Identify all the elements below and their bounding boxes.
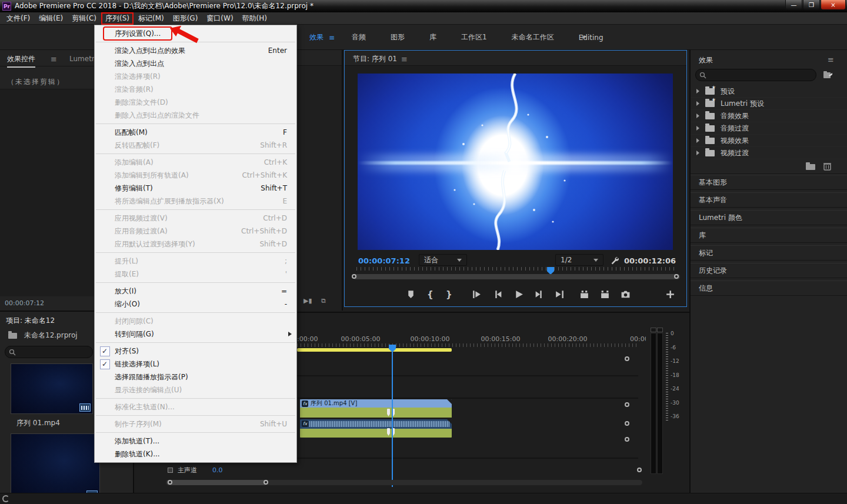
menu-item-应用默认过渡到选择项(Y)[interactable]: 应用默认过渡到选择项(Y)Shift+D <box>95 238 296 251</box>
menu-item-提取(E)[interactable]: 提取(E)' <box>95 268 296 281</box>
audio-clip-a1[interactable]: fx <box>300 419 452 438</box>
go-to-out-icon[interactable] <box>555 289 565 299</box>
menubar-item-编辑(E)[interactable]: 编辑(E) <box>35 12 67 25</box>
plus-icon[interactable] <box>665 289 675 299</box>
panel-tab-标记[interactable]: 标记 <box>691 245 847 261</box>
menu-item-渲染音频(R)[interactable]: 渲染音频(R) <box>95 83 296 96</box>
effects-bin-Lumetri 预设[interactable]: Lumetri 预设 <box>691 98 847 110</box>
menubar-item-文件(F)[interactable]: 文件(F) <box>2 12 34 25</box>
workspace-tab-未命名工作区[interactable]: 未命名工作区 <box>499 32 566 42</box>
panel-tab-历史记录[interactable]: 历史记录 <box>691 263 847 278</box>
work-area-bar[interactable] <box>297 348 452 352</box>
monitor-scrollbar[interactable] <box>353 274 680 279</box>
menu-item-删除轨道(K)...[interactable]: 删除轨道(K)... <box>95 448 296 460</box>
chevron-right-icon[interactable] <box>696 114 699 118</box>
new-bin-icon[interactable] <box>806 162 816 170</box>
menu-item-制作子序列(M)[interactable]: 制作子序列(M)Shift+U <box>95 418 296 430</box>
mark-in-brace[interactable]: { <box>427 289 433 300</box>
minimize-button[interactable]: — <box>785 0 802 10</box>
current-timecode[interactable]: 00:00:07:12 <box>358 256 410 265</box>
chevron-right-icon[interactable] <box>696 126 699 131</box>
menubar-item-标记(M)[interactable]: 标记(M) <box>134 12 168 25</box>
menu-item-应用视频过渡(V)[interactable]: 应用视频过渡(V)Ctrl+D <box>95 212 296 225</box>
panel-tab-信息[interactable]: 信息 <box>691 281 847 296</box>
video-clip-v1[interactable]: fx 序列 01.mp4 [V] <box>300 399 452 418</box>
panel-tab-库[interactable]: 库 <box>691 228 847 243</box>
workspace-tab-库[interactable]: 库 <box>417 32 449 42</box>
menubar-item-剪辑(C)[interactable]: 剪辑(C) <box>68 12 101 25</box>
sequence-thumbnail[interactable] <box>11 433 100 501</box>
menu-item-转到间隔(G)[interactable]: 转到间隔(G) <box>95 328 296 341</box>
panel-menu-icon[interactable]: ≡ <box>401 55 408 64</box>
workspace-overflow-icon[interactable]: » <box>581 32 586 41</box>
tab-effect-controls[interactable]: 效果控件 <box>7 54 35 68</box>
menu-item-对齐(S)[interactable]: ✓对齐(S) <box>95 345 296 358</box>
panel-tab-Lumetri 颜色[interactable]: Lumetri 颜色 <box>691 210 847 225</box>
menu-item-反转匹配帧(F)[interactable]: 反转匹配帧(F)Shift+R <box>95 139 296 152</box>
chevron-right-icon[interactable] <box>696 151 699 155</box>
timeline-hscroll-thumb[interactable] <box>167 480 267 485</box>
effects-bin-音频过渡[interactable]: 音频过渡 <box>691 122 847 135</box>
add-marker-icon[interactable] <box>406 289 416 299</box>
new-custom-bin-icon[interactable] <box>821 69 835 81</box>
extract-icon[interactable] <box>600 289 610 299</box>
menu-item-渲染选择项(R)[interactable]: 渲染选择项(R) <box>95 70 296 83</box>
menubar-item-序列(S)[interactable]: 序列(S) <box>101 12 134 25</box>
menu-item-放大(I)[interactable]: 放大(I)= <box>95 285 296 298</box>
project-file-row[interactable]: 未命名12.prproj <box>8 331 78 341</box>
menu-item-添加编辑到所有轨道(A)[interactable]: 添加编辑到所有轨道(A)Ctrl+Shift+K <box>95 169 296 182</box>
menu-item-匹配帧(M)[interactable]: 匹配帧(M)F <box>95 126 296 139</box>
scroll-handle[interactable] <box>625 437 629 442</box>
panel-menu-icon[interactable]: ≡ <box>828 55 834 64</box>
camera-icon[interactable] <box>621 289 631 299</box>
workspace-tab-menu-icon[interactable]: ≡ <box>329 34 335 42</box>
tab-project[interactable]: 项目: 未命名12 <box>6 316 55 326</box>
workspace-tab-工作区1[interactable]: 工作区1 <box>449 32 499 42</box>
scrollbar-handle-left[interactable] <box>352 274 356 279</box>
menubar-item-窗口(W)[interactable]: 窗口(W) <box>202 12 237 25</box>
panel-tab-基本图形[interactable]: 基本图形 <box>691 175 847 190</box>
playback-resolution-dropdown[interactable]: 1/2 <box>555 254 603 266</box>
effects-bin-视频效果[interactable]: 视频效果 <box>691 135 847 147</box>
chevron-right-icon[interactable] <box>696 89 699 94</box>
play-proxy-icon[interactable]: ▶▮ <box>304 297 312 305</box>
close-button[interactable]: × <box>821 0 846 10</box>
menu-item-应用音频过渡(A)[interactable]: 应用音频过渡(A)Ctrl+Shift+D <box>95 225 296 238</box>
master-track-row[interactable]: 主声道 0.0 <box>168 465 223 475</box>
menubar-item-帮助(H)[interactable]: 帮助(H) <box>238 12 271 25</box>
menu-item-修剪编辑(T)[interactable]: 修剪编辑(T)Shift+T <box>95 182 296 195</box>
effects-bin-视频过渡[interactable]: 视频过渡 <box>691 147 847 159</box>
effects-search-box[interactable] <box>695 69 816 81</box>
chevron-right-icon[interactable] <box>696 138 699 143</box>
trash-icon[interactable] <box>823 162 831 171</box>
menu-item-添加编辑(A)[interactable]: 添加编辑(A)Ctrl+K <box>95 156 296 169</box>
go-to-in-icon[interactable] <box>472 289 482 299</box>
chevron-right-icon[interactable] <box>696 101 699 106</box>
menu-item-将所选编辑点扩展到播放指示器(X)[interactable]: 将所选编辑点扩展到播放指示器(X)E <box>95 195 296 208</box>
step-back-icon[interactable] <box>493 289 503 299</box>
play-icon[interactable] <box>513 289 523 299</box>
project-item-name[interactable]: 序列 01.mp4 <box>16 418 60 428</box>
menu-item-显示连接的编辑点(U)[interactable]: 显示连接的编辑点(U) <box>95 383 296 396</box>
timeline-hscrollbar[interactable] <box>166 480 642 485</box>
panel-menu-icon[interactable]: ≡ <box>51 55 57 64</box>
menu-item-选择跟随播放指示器(P)[interactable]: 选择跟随播放指示器(P) <box>95 371 296 383</box>
workspace-tab-Editing[interactable]: Editing <box>566 34 616 42</box>
scroll-handle[interactable] <box>625 421 629 426</box>
settings-wrench-icon[interactable] <box>609 256 620 265</box>
mark-out-brace[interactable]: } <box>446 289 452 300</box>
export-frame-icon[interactable]: ⧉ <box>321 297 326 305</box>
menu-item-缩小(O)[interactable]: 缩小(O)- <box>95 298 296 311</box>
zoom-handle-left[interactable] <box>168 480 172 485</box>
restore-button[interactable]: ❐ <box>803 0 820 10</box>
zoom-level-dropdown[interactable]: 适合 <box>419 254 467 266</box>
menu-item-封闭间隙(C)[interactable]: 封闭间隙(C) <box>95 315 296 328</box>
menu-item-标准化主轨道(N)...[interactable]: 标准化主轨道(N)... <box>95 400 296 413</box>
master-track-volume[interactable]: 0.0 <box>212 466 223 474</box>
menu-item-提升(L)[interactable]: 提升(L); <box>95 255 296 268</box>
workspace-tab-音频[interactable]: 音频 <box>339 32 378 42</box>
effects-bin-预设[interactable]: 预设 <box>691 85 847 98</box>
project-search-box[interactable] <box>5 346 93 358</box>
scroll-handle[interactable] <box>625 402 629 407</box>
effects-search-input[interactable] <box>706 72 788 79</box>
